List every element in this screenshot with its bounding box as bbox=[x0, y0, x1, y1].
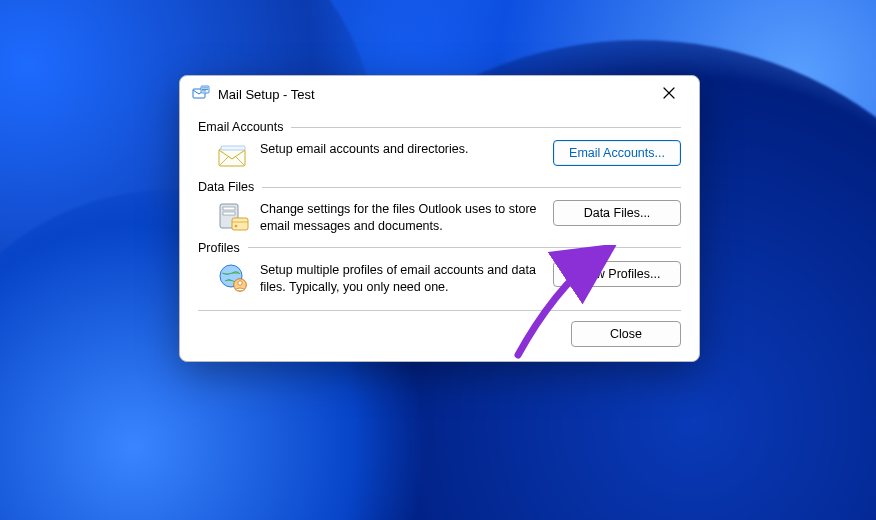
dialog-footer: Close bbox=[198, 321, 681, 347]
profile-globe-icon bbox=[216, 261, 250, 295]
group-data-files: Data Files Change setti bbox=[198, 180, 681, 235]
group-heading-profiles: Profiles bbox=[198, 241, 240, 255]
close-button[interactable] bbox=[649, 80, 689, 108]
svg-rect-2 bbox=[202, 88, 208, 89]
svg-rect-6 bbox=[221, 146, 245, 150]
svg-rect-10 bbox=[232, 218, 248, 230]
divider bbox=[291, 127, 681, 128]
svg-rect-5 bbox=[219, 149, 245, 166]
svg-rect-3 bbox=[202, 89, 208, 90]
svg-rect-4 bbox=[202, 91, 206, 92]
close-icon bbox=[663, 87, 675, 102]
mail-app-icon bbox=[192, 85, 210, 103]
data-files-button[interactable]: Data Files... bbox=[553, 200, 681, 226]
dialog-title: Mail Setup - Test bbox=[218, 87, 315, 102]
svg-rect-8 bbox=[223, 207, 235, 210]
svg-point-14 bbox=[238, 281, 242, 285]
show-profiles-button[interactable]: Show Profiles... bbox=[553, 261, 681, 287]
data-files-desc: Change settings for the files Outlook us… bbox=[260, 200, 541, 235]
envelope-icon bbox=[216, 140, 250, 174]
titlebar: Mail Setup - Test bbox=[180, 76, 699, 112]
profiles-desc: Setup multiple profiles of email account… bbox=[260, 261, 541, 296]
dialog-body: Email Accounts Setup email accounts and … bbox=[180, 112, 699, 361]
svg-rect-9 bbox=[223, 212, 235, 215]
mail-setup-dialog: Mail Setup - Test Email Accounts bbox=[179, 75, 700, 362]
divider bbox=[248, 247, 681, 248]
divider bbox=[262, 187, 681, 188]
divider bbox=[198, 310, 681, 311]
group-profiles: Profiles Setup multiple bbox=[198, 241, 681, 296]
storage-icon bbox=[216, 200, 250, 234]
group-heading-email: Email Accounts bbox=[198, 120, 283, 134]
group-email-accounts: Email Accounts Setup email accounts and … bbox=[198, 120, 681, 174]
email-accounts-button[interactable]: Email Accounts... bbox=[553, 140, 681, 166]
group-heading-data-files: Data Files bbox=[198, 180, 254, 194]
desktop-wallpaper: Mail Setup - Test Email Accounts bbox=[0, 0, 876, 520]
svg-point-11 bbox=[235, 225, 238, 228]
email-accounts-desc: Setup email accounts and directories. bbox=[260, 140, 541, 158]
close-dialog-button[interactable]: Close bbox=[571, 321, 681, 347]
